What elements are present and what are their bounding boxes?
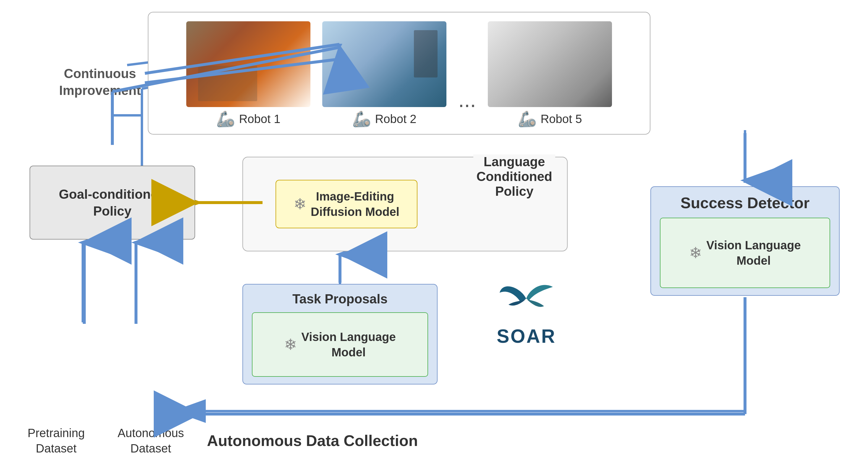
- pretraining-cylinder: [18, 325, 95, 420]
- robot-1-label: 🦾 Robot 1: [216, 110, 280, 128]
- dots-separator: ...: [458, 89, 476, 110]
- task-proposals-snowflake: ❄: [284, 336, 297, 353]
- robot-2-icon: 🦾: [352, 110, 371, 128]
- autonomous-cylinder-body: [112, 337, 189, 420]
- diagram-container: 🦾 Robot 1 🦾 Robot 2 ... 🦾 Robot 5 Contin…: [0, 0, 868, 472]
- robot-1-text: Robot 1: [239, 112, 280, 126]
- task-proposals-box: Task Proposals ❄ Vision LanguageModel: [242, 284, 438, 384]
- robots-box: 🦾 Robot 1 🦾 Robot 2 ... 🦾 Robot 5: [148, 12, 650, 135]
- robot-2-label: 🦾 Robot 2: [352, 110, 416, 128]
- robot-5-item: 🦾 Robot 5: [488, 21, 612, 128]
- pretraining-dataset: Pretraining Dataset: [18, 325, 95, 456]
- robot-2-image: [322, 21, 446, 107]
- robot-1-image: [186, 21, 310, 107]
- success-detector-vlm-box: ❄ Vision LanguageModel: [660, 218, 830, 288]
- soar-logo: SOAR: [497, 275, 556, 347]
- pretraining-label: Pretraining Dataset: [28, 425, 85, 456]
- diffusion-snowflake-icon: ❄: [293, 195, 307, 213]
- robot-1-icon: 🦾: [216, 110, 235, 128]
- autonomous-label: Autonomous Dataset: [118, 425, 184, 456]
- success-detector-title: Success Detector: [681, 194, 809, 212]
- robot-5-icon: 🦾: [518, 110, 537, 128]
- soar-bird-icon: [497, 275, 556, 322]
- pretraining-cylinder-top: [18, 325, 95, 349]
- robot-5-image: [488, 21, 612, 107]
- success-detector-snowflake: ❄: [689, 244, 702, 262]
- task-proposals-title: Task Proposals: [292, 292, 388, 306]
- task-proposals-vlm-label: Vision LanguageModel: [301, 329, 396, 360]
- language-conditioned-policy-box: Language Conditioned Policy ❄ Image-Edit…: [242, 157, 568, 252]
- robot-5-text: Robot 5: [540, 112, 582, 126]
- datasets-area: Pretraining Dataset Autonomous Dataset: [18, 325, 189, 456]
- autonomous-cylinder-top: [112, 325, 189, 349]
- goal-policy-label: Goal-conditioned Policy: [59, 186, 166, 219]
- autonomous-dataset: Autonomous Dataset: [112, 325, 189, 456]
- success-detector-box: Success Detector ❄ Vision LanguageModel: [650, 186, 840, 296]
- task-proposals-vlm-box: ❄ Vision LanguageModel: [252, 312, 428, 377]
- continuous-improvement-label: ContinuousImprovement: [59, 65, 141, 99]
- autonomous-cylinder: [112, 325, 189, 420]
- robot-2-item: 🦾 Robot 2: [322, 21, 446, 128]
- pretraining-cylinder-body: [18, 337, 95, 420]
- success-detector-vlm-label: Vision LanguageModel: [706, 237, 801, 268]
- soar-text: SOAR: [497, 325, 556, 347]
- robot-1-item: 🦾 Robot 1: [186, 21, 310, 128]
- goal-conditioned-policy-box: Goal-conditioned Policy: [30, 166, 195, 240]
- autonomous-data-collection-label: Autonomous Data Collection: [207, 432, 418, 449]
- robot-5-label: 🦾 Robot 5: [518, 110, 582, 128]
- language-policy-label: Language Conditioned Policy: [473, 154, 555, 199]
- robot-2-text: Robot 2: [375, 112, 416, 126]
- diffusion-model-label: Image-EditingDiffusion Model: [311, 189, 399, 219]
